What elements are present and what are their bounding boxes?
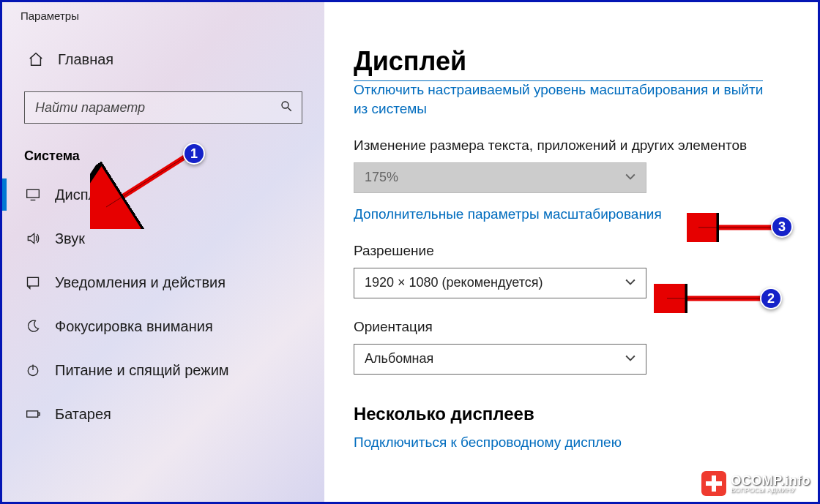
sidebar-item-label: Питание и спящий режим [55,362,229,379]
resolution-label: Разрешение [354,243,818,259]
svg-rect-8 [38,413,40,415]
home-label: Главная [58,51,113,68]
svg-rect-7 [27,411,38,417]
sidebar-item-label: Фокусировка внимания [55,318,213,335]
scale-label: Изменение размера текста, приложений и д… [354,138,818,154]
svg-rect-4 [28,277,39,286]
sidebar-item-label: Батарея [55,406,111,423]
sidebar-item-sound[interactable]: Звук [2,217,324,260]
focus-icon [24,317,42,335]
resolution-select[interactable]: 1920 × 1080 (рекомендуется) [354,268,646,298]
sidebar-item-label: Дисплей [55,187,113,203]
multi-display-header: Несколько дисплеев [354,404,818,424]
annotation-marker-2: 2 [760,287,782,309]
sidebar-item-focus[interactable]: Фокусировка внимания [2,304,324,348]
exit-custom-scaling-link-2[interactable]: из системы [354,101,427,116]
orientation-select[interactable]: Альбомная [354,344,646,375]
resolution-value: 1920 × 1080 (рекомендуется) [365,275,543,290]
svg-rect-2 [27,189,40,198]
sidebar-item-display[interactable]: Дисплей [2,173,324,217]
sidebar: Параметры Главная Система Дисплей Звук [2,2,324,502]
window-title: Параметры [2,2,324,31]
sound-icon [24,230,42,247]
chevron-down-icon [625,278,636,288]
chevron-down-icon [625,354,636,364]
annotation-marker-3: 3 [771,216,793,238]
power-icon [24,361,42,379]
settings-window: Параметры Главная Система Дисплей Звук [0,0,820,504]
scale-value: 175% [365,170,398,185]
plus-icon [701,471,726,496]
orientation-value: Альбомная [365,351,433,366]
svg-point-0 [282,102,288,108]
scale-select[interactable]: 175% [354,162,646,193]
exit-custom-scaling-link[interactable]: Отключить настраиваемый уровень масштаби… [354,80,763,97]
sidebar-item-label: Уведомления и действия [55,274,225,291]
svg-line-1 [288,108,291,111]
orientation-label: Ориентация [354,319,818,335]
notifications-icon [24,274,42,291]
home-nav[interactable]: Главная [2,31,324,81]
wireless-display-link[interactable]: Подключиться к беспроводному дисплею [354,435,622,451]
sidebar-item-notifications[interactable]: Уведомления и действия [2,260,324,304]
home-icon [27,50,45,68]
annotation-marker-1: 1 [183,143,205,165]
battery-icon [24,405,42,423]
display-icon [24,186,42,203]
advanced-scaling-link[interactable]: Дополнительные параметры масштабирования [354,206,662,222]
content-panel: Дисплей Отключить настраиваемый уровень … [324,2,818,502]
watermark-logo: OCOMP.info ВОПРОСЫ АДМИНУ [698,470,813,497]
search-icon [280,99,293,116]
page-title: Дисплей [354,46,818,77]
sidebar-item-battery[interactable]: Батарея [2,392,324,436]
search-input-wrap[interactable] [24,91,302,124]
search-input[interactable] [34,99,280,116]
chevron-down-icon [625,173,636,183]
sidebar-item-label: Звук [55,230,85,247]
sidebar-item-power[interactable]: Питание и спящий режим [2,348,324,392]
section-header-system: Система [2,124,324,173]
